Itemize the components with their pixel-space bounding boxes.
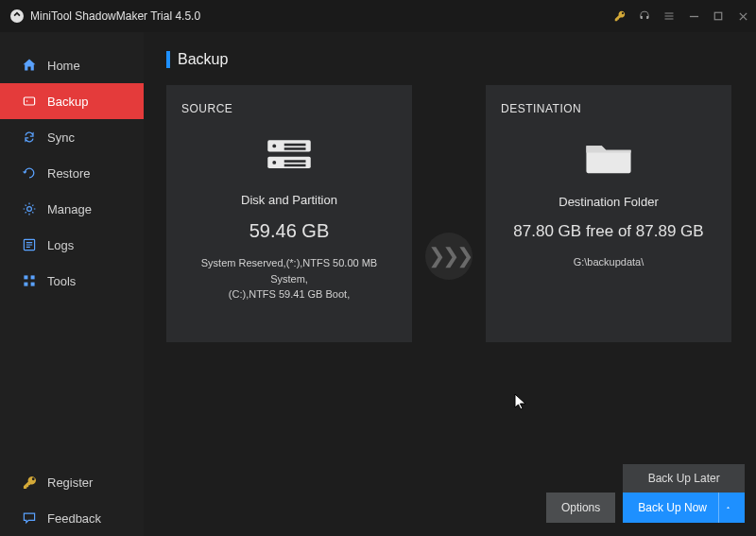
destination-card[interactable]: DESTINATION Destination Folder 87.80 GB … [486, 85, 731, 342]
destination-size: 87.80 GB free of 87.89 GB [501, 222, 716, 241]
app-logo-icon [9, 9, 25, 24]
sync-icon [21, 129, 38, 146]
restore-icon [21, 164, 38, 182]
svg-rect-15 [284, 160, 306, 163]
primary-button-stack: Back Up Later Back Up Now [623, 464, 745, 523]
bottom-bar: Options Back Up Later Back Up Now [546, 464, 745, 523]
key-icon [21, 474, 38, 491]
app-title: MiniTool ShadowMaker Trial 4.5.0 [30, 9, 200, 23]
key-icon[interactable] [614, 10, 626, 22]
sidebar-label: Backup [47, 95, 88, 109]
backup-later-button[interactable]: Back Up Later [623, 464, 745, 493]
svg-point-11 [272, 144, 276, 147]
folder-icon [501, 134, 716, 178]
source-detail-2: (C:),NTFS 59.41 GB Boot, [181, 286, 397, 303]
sidebar-label: Feedback [47, 511, 101, 526]
destination-label: Destination Folder [501, 195, 716, 209]
sidebar-label: Logs [47, 238, 74, 252]
sidebar-item-logs[interactable]: Logs [0, 227, 144, 263]
sidebar-label: Restore [47, 166, 91, 181]
svg-rect-5 [24, 275, 27, 279]
svg-point-2 [26, 100, 28, 102]
page-header: Backup [166, 51, 733, 68]
svg-point-3 [27, 207, 32, 212]
home-icon [21, 57, 38, 74]
source-size: 59.46 GB [181, 220, 397, 242]
sidebar-label: Manage [47, 202, 92, 216]
disk-icon [181, 134, 397, 176]
backup-icon [21, 93, 38, 110]
source-detail-1: System Reserved,(*:),NTFS 50.00 MB Syste… [181, 255, 397, 286]
sidebar-item-tools[interactable]: Tools [0, 263, 144, 299]
backup-now-dropdown-icon[interactable] [718, 493, 730, 523]
manage-icon [21, 200, 38, 217]
svg-rect-14 [284, 147, 306, 150]
source-card[interactable]: SOURCE Disk and Partition 59.46 GB [166, 85, 412, 342]
menu-icon[interactable] [663, 10, 675, 22]
backup-now-button[interactable]: Back Up Now [623, 493, 745, 523]
maximize-icon[interactable] [713, 10, 724, 22]
sidebar-label: Sync [47, 130, 75, 145]
feedback-icon [21, 510, 38, 527]
sidebar-label: Register [47, 475, 93, 490]
svg-rect-0 [714, 12, 722, 20]
arrow-indicator-icon: ❯❯❯ [425, 233, 472, 280]
sidebar-item-home[interactable]: Home [0, 47, 144, 83]
tools-icon [21, 272, 38, 289]
sidebar-label: Tools [47, 274, 76, 288]
main-panel: Backup SOURCE D [144, 32, 756, 536]
svg-rect-13 [284, 144, 306, 147]
sidebar: Home Backup Sync Restore [0, 32, 144, 536]
destination-path: G:\backupdata\ [501, 254, 716, 270]
svg-rect-1 [24, 97, 34, 105]
titlebar: MiniTool ShadowMaker Trial 4.5.0 [0, 0, 756, 32]
sidebar-item-feedback[interactable]: Feedback [0, 500, 144, 536]
source-heading: SOURCE [181, 102, 397, 115]
source-label: Disk and Partition [181, 193, 397, 207]
svg-rect-16 [284, 164, 306, 167]
close-icon[interactable] [737, 10, 748, 22]
minimize-icon[interactable] [688, 10, 699, 22]
sidebar-item-sync[interactable]: Sync [0, 119, 144, 155]
sidebar-item-manage[interactable]: Manage [0, 191, 144, 227]
options-button[interactable]: Options [546, 493, 615, 523]
svg-point-12 [272, 161, 276, 164]
svg-rect-6 [31, 275, 35, 279]
header-accent [166, 51, 170, 68]
sidebar-item-register[interactable]: Register [0, 464, 144, 500]
page-title: Backup [178, 51, 228, 68]
mouse-cursor-icon [514, 393, 527, 412]
headset-icon[interactable] [639, 10, 650, 22]
sidebar-item-restore[interactable]: Restore [0, 155, 144, 191]
sidebar-label: Home [47, 59, 80, 73]
titlebar-left: MiniTool ShadowMaker Trial 4.5.0 [9, 9, 200, 24]
sidebar-item-backup[interactable]: Backup [0, 83, 144, 119]
backup-now-label: Back Up Now [638, 501, 707, 514]
destination-heading: DESTINATION [501, 102, 716, 115]
titlebar-controls [614, 10, 748, 22]
svg-rect-8 [31, 283, 35, 286]
logs-icon [21, 236, 38, 253]
cards-row: SOURCE Disk and Partition 59.46 GB [166, 85, 733, 342]
svg-rect-7 [24, 283, 27, 286]
